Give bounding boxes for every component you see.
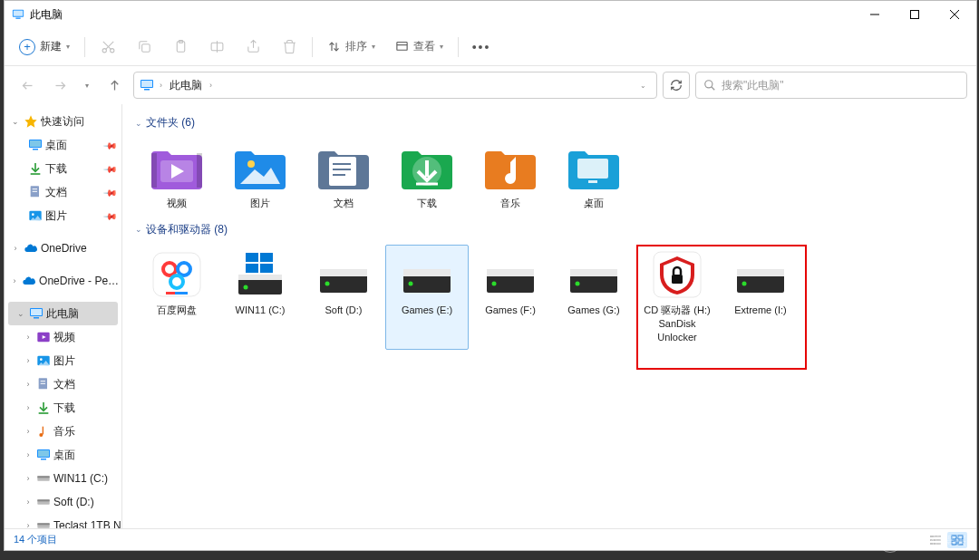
drive-item[interactable]: CD 驱动器 (H:) SanDisk Unlocker xyxy=(635,245,719,351)
drive-icon xyxy=(315,251,373,298)
folder-item[interactable]: 音乐 xyxy=(469,138,552,217)
drive-item[interactable]: WIN11 (C:) xyxy=(218,245,302,351)
sidebar-item[interactable]: ›桌面 xyxy=(5,443,121,467)
svg-point-27 xyxy=(705,81,712,88)
sidebar-item[interactable]: ›下载 xyxy=(5,396,121,420)
drive-item[interactable]: Games (G:) xyxy=(552,245,635,351)
chevron-down-icon: ⌄ xyxy=(15,309,26,318)
cloud-icon xyxy=(22,274,36,288)
svg-rect-68 xyxy=(329,157,356,186)
more-button[interactable]: ••• xyxy=(464,32,499,63)
chevron-right-icon: › xyxy=(23,356,34,365)
drive-item[interactable]: 百度网盘 xyxy=(135,245,218,351)
view-button[interactable]: 查看 ▾ xyxy=(386,32,452,63)
chevron-right-icon: › xyxy=(23,403,34,412)
group-drives-title: 设备和驱动器 (8) xyxy=(146,222,228,237)
svg-rect-75 xyxy=(577,159,608,179)
folder-item[interactable]: 图片 xyxy=(218,138,302,217)
delete-button[interactable] xyxy=(272,32,306,63)
share-button[interactable] xyxy=(236,32,270,63)
drive-item[interactable]: Extreme (I:) xyxy=(719,245,802,351)
copy-button[interactable] xyxy=(127,32,161,63)
window-title: 此电脑 xyxy=(30,7,63,23)
group-drives-header[interactable]: ⌄ 设备和驱动器 (8) xyxy=(135,222,964,237)
svg-rect-41 xyxy=(31,309,42,315)
svg-line-28 xyxy=(712,87,715,91)
maximize-button[interactable] xyxy=(895,1,935,28)
svg-rect-84 xyxy=(238,275,282,280)
back-button[interactable] xyxy=(14,72,41,99)
svg-rect-58 xyxy=(37,476,49,478)
address-bar[interactable]: › 此电脑 › ⌄ xyxy=(133,72,657,99)
item-label: 桌面 xyxy=(584,197,604,210)
drive-icon xyxy=(481,251,539,298)
cloud-icon xyxy=(24,241,38,256)
item-label: Extreme (I:) xyxy=(734,304,786,317)
pin-icon: 📌 xyxy=(103,138,118,152)
paste-button[interactable] xyxy=(163,32,198,63)
minimize-button[interactable] xyxy=(855,1,895,28)
refresh-button[interactable] xyxy=(663,72,690,99)
folder-icon xyxy=(315,144,373,191)
group-folders-header[interactable]: ⌄ 文件夹 (6) xyxy=(135,115,964,130)
svg-rect-62 xyxy=(37,523,49,525)
chevron-down-icon: ⌄ xyxy=(10,117,21,126)
item-label: 下载 xyxy=(417,197,437,210)
sidebar-item[interactable]: ›图片 xyxy=(5,349,121,372)
sort-button[interactable]: 排序 ▾ xyxy=(318,32,384,63)
breadcrumb-item[interactable]: 此电脑 xyxy=(168,78,204,93)
close-button[interactable] xyxy=(935,1,974,28)
svg-rect-86 xyxy=(246,253,258,262)
chevron-right-icon: › xyxy=(23,450,34,459)
sidebar-item[interactable]: ›音乐 xyxy=(5,420,121,443)
sidebar-quick-access[interactable]: ⌄ 快速访问 xyxy=(5,110,121,133)
plus-icon: + xyxy=(19,39,35,55)
status-bar: 14 个项目 xyxy=(5,528,976,550)
sidebar-onedrive-personal[interactable]: › OneDrive - Personal xyxy=(5,269,121,293)
sidebar-item[interactable]: 图片📌 xyxy=(5,204,121,227)
sidebar-item[interactable]: 文档📌 xyxy=(5,180,121,204)
sidebar-this-pc[interactable]: ⌄ 此电脑 xyxy=(8,302,118,325)
sidebar-item[interactable]: ›Teclast 1TB N xyxy=(5,514,121,528)
item-label: Games (G:) xyxy=(567,304,619,317)
chevron-right-icon: › xyxy=(23,333,34,342)
folder-item[interactable]: 桌面 xyxy=(552,138,635,217)
drive-item[interactable]: Soft (D:) xyxy=(302,245,385,351)
svg-point-85 xyxy=(244,285,248,289)
rename-button[interactable] xyxy=(199,32,234,63)
svg-point-106 xyxy=(742,281,747,285)
drive-item[interactable]: Games (F:) xyxy=(469,245,552,351)
view-details-button[interactable] xyxy=(926,532,945,548)
chevron-right-icon: › xyxy=(23,474,34,483)
folder-item[interactable]: 下载 xyxy=(385,138,469,217)
this-pc-icon xyxy=(29,306,44,321)
sidebar-item[interactable]: ›Soft (D:) xyxy=(5,490,121,514)
forward-button[interactable] xyxy=(46,72,73,99)
sidebar-item[interactable]: ›视频 xyxy=(5,325,121,349)
item-label: 文档 xyxy=(334,197,354,210)
svg-rect-113 xyxy=(958,541,963,545)
content-area[interactable]: ⌄ 文件夹 (6) 视频图片文档下载音乐桌面 ⌄ 设备和驱动器 (8) 百度网盘… xyxy=(122,104,976,528)
folder-item[interactable]: 视频 xyxy=(135,138,218,217)
status-text: 14 个项目 xyxy=(14,533,57,546)
search-input[interactable]: 搜索"此电脑" xyxy=(695,72,967,99)
svg-rect-32 xyxy=(33,149,38,150)
up-button[interactable] xyxy=(101,72,128,99)
svg-point-46 xyxy=(40,358,43,361)
cut-button[interactable] xyxy=(91,32,125,63)
sidebar-item[interactable]: ›WIN11 (C:) xyxy=(5,467,121,490)
recent-button[interactable]: ▾ xyxy=(79,72,95,99)
sidebar-item[interactable]: 下载📌 xyxy=(5,157,121,180)
drive-icon xyxy=(148,251,206,298)
sidebar-item[interactable]: ›文档 xyxy=(5,372,121,396)
navbar: ▾ › 此电脑 › ⌄ 搜索"此电脑" xyxy=(5,66,976,104)
view-icons-button[interactable] xyxy=(947,532,967,548)
svg-point-67 xyxy=(247,160,255,168)
drive-item[interactable]: Games (E:) xyxy=(385,245,469,351)
address-dropdown[interactable]: ⌄ xyxy=(631,73,654,97)
new-button[interactable]: + 新建 ▾ xyxy=(10,32,79,63)
sidebar-item[interactable]: 桌面📌 xyxy=(5,133,121,157)
sidebar-onedrive[interactable]: › OneDrive xyxy=(5,237,121,260)
folder-item[interactable]: 文档 xyxy=(302,138,385,217)
item-label: 视频 xyxy=(167,197,187,210)
